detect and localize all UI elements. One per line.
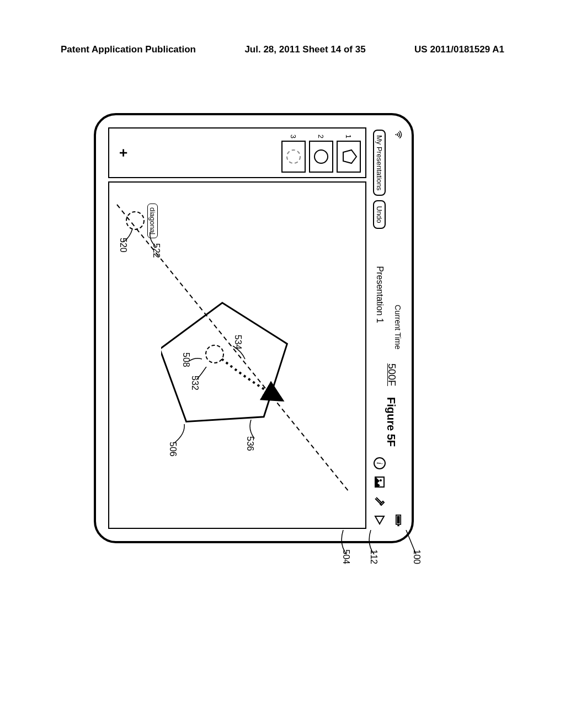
leader-536 [247, 420, 258, 442]
leader-100 [402, 530, 418, 563]
rotation-gesture-arrow [216, 348, 294, 414]
leader-520 [122, 229, 134, 245]
svg-rect-3 [398, 525, 399, 527]
thumb-1[interactable]: 1 [337, 133, 361, 173]
thumb-1-number: 1 [345, 133, 353, 138]
dashed-circle-icon [286, 149, 301, 164]
touch-contact-520 [126, 211, 145, 230]
svg-point-8 [380, 479, 382, 481]
svg-line-0 [406, 530, 416, 554]
thumb-1-preview [337, 141, 361, 173]
thumb-2-number: 2 [317, 133, 326, 138]
svg-marker-9 [343, 150, 356, 163]
my-presentations-button[interactable]: My Presentations [374, 130, 386, 196]
app-toolbar: My Presentations Undo Presentation 1 i [370, 130, 390, 527]
tablet-device-frame: 100 112 504 Current Time [94, 113, 414, 543]
leader-522 [148, 232, 157, 249]
image-icon[interactable] [372, 475, 387, 489]
leader-504 [338, 530, 349, 563]
svg-point-1 [396, 134, 397, 135]
leader-508 [188, 356, 202, 367]
thumb-2-preview [309, 141, 333, 173]
leader-506 [171, 424, 188, 446]
pentagon-icon [339, 148, 358, 165]
svg-rect-4 [397, 516, 400, 524]
status-time: Current Time [393, 305, 402, 350]
thumb-3-preview [281, 141, 306, 173]
slide-canvas[interactable]: diagonal 536 506 534 532 508 522 520 [108, 181, 366, 529]
wifi-icon [392, 130, 404, 140]
status-bar: Current Time [392, 130, 404, 527]
header-center: Jul. 28, 2011 Sheet 14 of 35 [244, 44, 365, 55]
thumb-2[interactable]: 2 [309, 133, 333, 173]
leader-112 [365, 530, 376, 563]
patent-page-header: Patent Application Publication Jul. 28, … [61, 44, 504, 55]
leader-534 [230, 346, 246, 362]
tools-icon[interactable] [372, 494, 387, 508]
battery-icon [393, 515, 403, 527]
thumb-3-number: 3 [290, 133, 298, 138]
circle-icon [314, 149, 328, 164]
svg-text:i: i [375, 462, 383, 464]
figure-id: 500F [386, 363, 397, 386]
header-right: US 2011/0181529 A1 [414, 44, 504, 55]
touch-contact-508 [205, 345, 224, 363]
undo-button[interactable]: Undo [374, 200, 386, 228]
figure-area: 100 112 504 Current Time [61, 94, 447, 563]
thumb-3[interactable]: 3 [281, 133, 306, 173]
presentation-title: Presentation 1 [375, 266, 385, 323]
slide-thumbnails-panel: 1 2 3 [108, 127, 366, 178]
rotated-device-container: 100 112 504 Current Time [94, 113, 414, 543]
add-slide-button[interactable]: + [115, 148, 132, 157]
figure-caption: Figure 5F [385, 397, 397, 447]
content-row: 1 2 3 [108, 127, 366, 529]
header-left: Patent Application Publication [61, 44, 196, 55]
leader-532 [194, 367, 209, 383]
play-icon[interactable] [372, 512, 387, 527]
info-icon[interactable]: i [372, 456, 387, 470]
